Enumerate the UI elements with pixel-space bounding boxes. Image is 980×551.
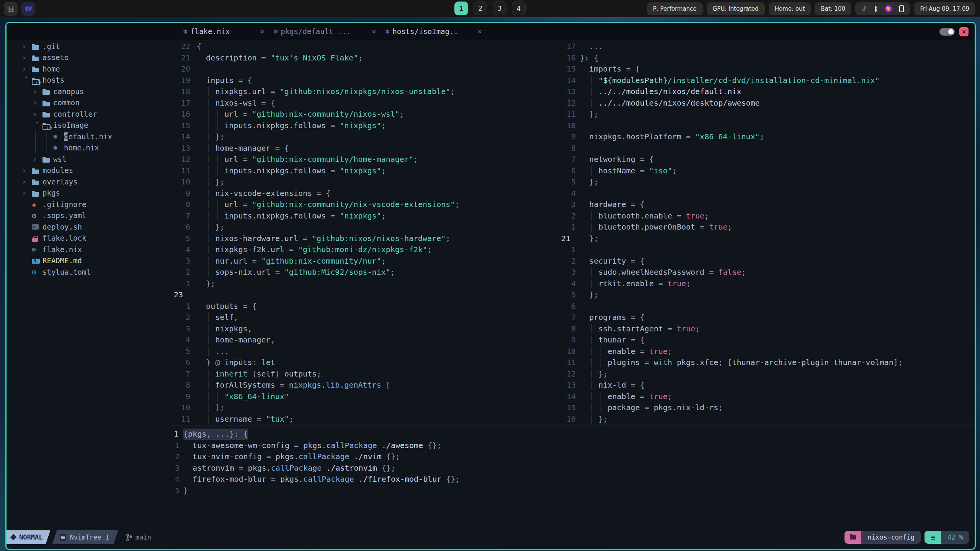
tree-item-README-md[interactable]: README.md xyxy=(7,255,173,267)
tree-item-isoImage[interactable]: ›✓isoImage xyxy=(7,120,173,131)
code-line[interactable]: 1 │ bluetooth.powerOnBoot = true; xyxy=(560,222,975,233)
tree-item-deploy-sh[interactable]: deploy.sh xyxy=(7,221,173,233)
code-line[interactable]: 12 │ ../../modules/nixos/desktop/awesome xyxy=(560,98,975,109)
chevron-right-icon[interactable]: › xyxy=(22,64,32,73)
phone-icon[interactable] xyxy=(899,5,904,12)
clock[interactable]: Fri Aug 09, 17:09 xyxy=(914,2,975,15)
code-line[interactable]: 8 │ forAllSystems = nixpkgs.lib.genAttrs… xyxy=(173,380,559,391)
code-line[interactable]: 2 │ self, xyxy=(173,312,559,323)
notification-icon[interactable] xyxy=(885,5,892,13)
code-line[interactable]: 14 │ │ enable = true; xyxy=(560,391,975,403)
workspace-button-3[interactable]: 3 xyxy=(493,2,506,15)
code-line[interactable]: 6 │ }; xyxy=(173,222,559,233)
chevron-right-icon[interactable]: › xyxy=(33,98,42,107)
bluetooth-icon[interactable]: ᛒ xyxy=(874,5,878,13)
code-line[interactable]: 1 tux-awesome-wm-config = pkgs.callPacka… xyxy=(173,440,975,452)
code-line[interactable]: 9 │ thunar = { xyxy=(560,334,975,346)
code-line[interactable]: 3 │ sudo.wheelNeedsPassword = false; xyxy=(560,267,975,278)
code-line[interactable]: 12 │ │ url = "github:nix-community/home-… xyxy=(173,154,559,165)
code-line[interactable]: 19 inputs = { xyxy=(173,75,559,86)
code-line[interactable]: 2 │ sops-nix.url = "github:Mic92/sops-ni… xyxy=(173,267,559,278)
code-line[interactable]: 16}: { xyxy=(560,52,975,64)
code-line[interactable]: 16 │ }; xyxy=(560,414,975,425)
tree-item--sops-yaml[interactable]: ⚙.sops.yaml xyxy=(7,210,173,222)
code-line[interactable]: 5 │ nixos-hardware.url = "github:nixos/n… xyxy=(173,233,559,245)
tree-item-controller[interactable]: ›controller xyxy=(7,108,173,120)
code-line[interactable]: 23 xyxy=(173,289,559,301)
code-line[interactable]: 1 outputs = { xyxy=(173,301,559,312)
code-line[interactable]: 5 }; xyxy=(560,176,975,188)
code-line[interactable]: 13 │ nix-ld = { xyxy=(560,380,975,391)
tab-hosts-isoImag-[interactable]: ❄hosts/isoImag..× xyxy=(385,23,482,40)
code-line[interactable]: 11 │ │ inputs.nixpkgs.follows = "nixpkgs… xyxy=(173,165,559,177)
code-line[interactable]: 8 xyxy=(560,143,975,154)
code-line[interactable]: 10 │ ]; xyxy=(173,402,559,414)
code-pane-flake-nix[interactable]: 22{21 description = "tux's NixOS Flake";… xyxy=(173,40,559,425)
code-line[interactable]: 4 firefox-mod-blur = pkgs.callPackage ./… xyxy=(173,474,975,485)
code-line[interactable]: 16 │ │ url = "github:nix-community/nixos… xyxy=(173,109,559,120)
chevron-right-icon[interactable]: › xyxy=(33,87,42,96)
code-line[interactable]: 10 │ │ enable = true; xyxy=(560,346,975,357)
tree-item--git[interactable]: ›.git xyxy=(7,41,173,52)
chevron-right-icon[interactable]: › xyxy=(22,177,32,186)
app-launcher-button[interactable] xyxy=(4,2,18,16)
code-line[interactable]: 14 │ "${modulesPath}/installer/cd-dvd/in… xyxy=(560,75,975,86)
code-line[interactable]: 7 programs = { xyxy=(560,312,975,323)
workspace-button-2[interactable]: 2 xyxy=(474,2,487,15)
code-line[interactable]: 12 │ }; xyxy=(560,368,975,380)
code-line[interactable]: 13 │ home-manager = { xyxy=(173,143,559,154)
code-line[interactable]: 3 │ nixpkgs, xyxy=(173,323,559,335)
code-line[interactable]: 9 │ nix-vscode-extensions = { xyxy=(173,188,559,199)
code-line[interactable]: 4 │ home-manager, xyxy=(173,334,559,346)
code-line[interactable]: 11 │ username = "tux"; xyxy=(173,414,559,425)
tree-item-pkgs[interactable]: ›pkgs xyxy=(7,187,173,199)
close-icon[interactable]: × xyxy=(260,27,265,36)
code-line[interactable]: 3 astronvim = pkgs.callPackage ./astronv… xyxy=(173,463,975,474)
code-line[interactable]: 7 │ │ inputs.nixpkgs.follows = "nixpkgs"… xyxy=(173,210,559,222)
close-icon[interactable]: × xyxy=(372,27,376,36)
tree-item-home-nix[interactable]: ❄home.nix xyxy=(7,142,173,154)
code-line[interactable]: 21 }; xyxy=(560,233,975,245)
window-close-button[interactable]: × xyxy=(959,27,969,36)
chevron-down-icon[interactable]: › xyxy=(22,75,31,85)
code-line[interactable]: 1 }; xyxy=(173,278,559,290)
code-line[interactable]: 3 hardware = { xyxy=(560,199,975,210)
code-line[interactable]: 4 │ rtkit.enable = true; xyxy=(560,278,975,290)
code-line[interactable]: 8 │ ssh.startAgent = true; xyxy=(560,323,975,335)
code-line[interactable]: 1{pkgs, ...}: { xyxy=(173,429,975,440)
workspace-button-1[interactable]: 1 xyxy=(454,2,468,15)
scissors-icon[interactable]: ✂ xyxy=(859,4,869,13)
code-pane-pkgs-default-nix[interactable]: 1{pkgs, ...}: {1 tux-awesome-wm-config =… xyxy=(173,426,975,530)
code-line[interactable]: 14 │ }; xyxy=(173,131,559,143)
close-icon[interactable]: × xyxy=(477,27,482,36)
chevron-right-icon[interactable]: › xyxy=(22,42,32,51)
workspace-button-4[interactable]: 4 xyxy=(512,2,526,15)
tree-item-canopus[interactable]: ›canopus xyxy=(7,86,173,97)
code-line[interactable]: 7 │ inherit (self) outputs; xyxy=(173,368,559,380)
code-line[interactable]: 5} xyxy=(173,485,975,497)
code-pane-iso-default-nix[interactable]: 17 ...16}: {15 imports = [14 │ "${module… xyxy=(560,40,975,425)
vertical-split-separator[interactable] xyxy=(559,40,559,425)
code-line[interactable]: 1 xyxy=(560,244,975,256)
tree-item-home[interactable]: ›home xyxy=(7,63,173,75)
code-line[interactable]: 21 description = "tux's NixOS Flake"; xyxy=(173,52,559,64)
tab-flake-nix[interactable]: ❄flake.nix× xyxy=(183,23,265,40)
code-line[interactable]: 2 │ bluetooth.enable = true; xyxy=(560,210,975,222)
tree-item-modules[interactable]: ›modules xyxy=(7,165,173,176)
code-line[interactable]: 3 │ nur.url = "github:nix-community/nur"… xyxy=(173,256,559,267)
code-line[interactable]: 11 │ │ plugins = with pkgs.xfce; [thunar… xyxy=(560,357,975,368)
tree-item-default-nix[interactable]: ❄default.nix xyxy=(7,131,173,142)
code-line[interactable]: 9 nixpkgs.hostPlatform = "x86_64-linux"; xyxy=(560,131,975,143)
code-line[interactable]: 6 │ hostName = "iso"; xyxy=(560,165,975,177)
tree-item-wsl[interactable]: ›wsl xyxy=(7,153,173,165)
tree-item-flake-nix[interactable]: ❄flake.nix xyxy=(7,244,173,255)
code-line[interactable]: 17 ... xyxy=(560,41,975,52)
code-line[interactable]: 2 security = { xyxy=(560,256,975,267)
code-line[interactable]: 10 │ }; xyxy=(173,176,559,188)
code-line[interactable]: 17 │ nixos-wsl = { xyxy=(173,98,559,109)
nvimtree-file-explorer[interactable]: ›.git›assets›home›✓hosts›canopus›common›… xyxy=(7,40,173,530)
tree-item-assets[interactable]: ›assets xyxy=(7,52,173,64)
chevron-right-icon[interactable]: › xyxy=(33,109,42,119)
code-line[interactable]: 10 xyxy=(560,120,975,132)
code-line[interactable]: 18 │ nixpkgs.url = "github:nixos/nixpkgs… xyxy=(173,86,559,98)
